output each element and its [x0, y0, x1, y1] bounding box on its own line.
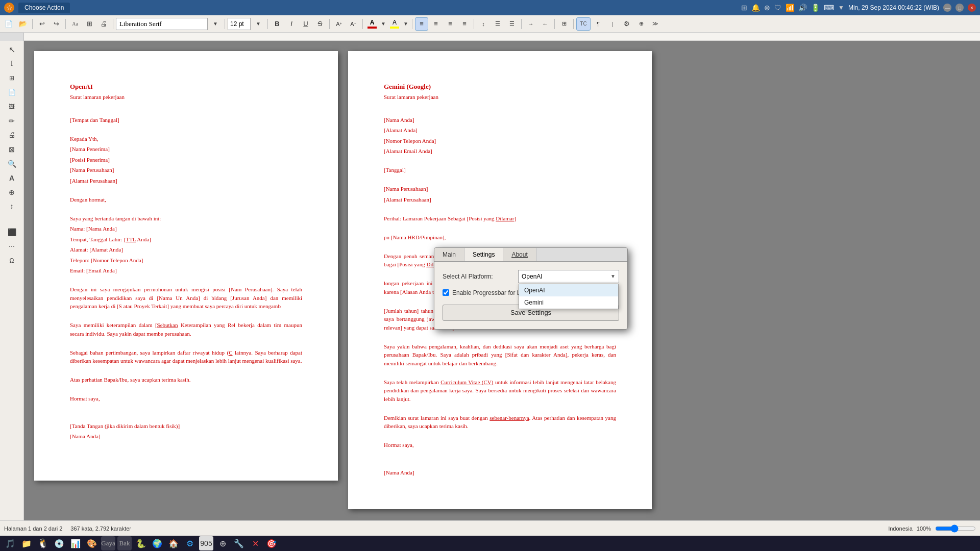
tray-icon-7[interactable]: 🔋	[811, 4, 820, 12]
tool-special-char[interactable]: Ω	[3, 254, 20, 267]
tool-zoom[interactable]: 🔍	[3, 157, 20, 170]
show-formatting[interactable]: ¶	[592, 17, 605, 31]
window-close[interactable]: ×	[968, 4, 976, 12]
taskbar-app-6[interactable]: 🎯	[264, 536, 279, 550]
page1-title: OpenAI	[70, 82, 302, 92]
font-name-input[interactable]	[116, 18, 208, 30]
strikethrough-button[interactable]: S	[313, 17, 327, 31]
taskbar-app-settings[interactable]: ⚙	[183, 536, 197, 550]
tray-icon-8[interactable]: ⌨	[824, 4, 834, 12]
tool-7[interactable]: ↕	[3, 200, 20, 213]
table-insert-button[interactable]: ⊞	[557, 17, 571, 31]
tool-select-text[interactable]: I	[3, 57, 20, 70]
font-color-dropdown[interactable]: ▼	[380, 17, 387, 31]
option-gemini[interactable]: Gemini	[519, 296, 618, 309]
highlight-color-dropdown[interactable]: ▼	[402, 17, 409, 31]
modal-tab-main[interactable]: Main	[434, 248, 464, 261]
taskbar-app-gimp[interactable]: 🎨	[85, 536, 99, 550]
taskbar-app-terminal[interactable]: 🐧	[36, 536, 50, 550]
option-openai[interactable]: OpenAI	[519, 284, 618, 296]
taskbar-app-installer[interactable]: 💿	[52, 536, 66, 550]
tool-select[interactable]: ↖	[3, 43, 20, 56]
bold-button[interactable]: B	[271, 17, 284, 31]
indent-decrease-button[interactable]: ←	[538, 17, 552, 31]
tool-text[interactable]: A	[3, 171, 20, 185]
window-minimize[interactable]: —	[943, 4, 951, 12]
taskbar-app-style[interactable]: Gaya	[101, 536, 115, 550]
tray-icon-6[interactable]: 🔊	[798, 4, 807, 12]
tool-5[interactable]: ⊠	[3, 143, 20, 156]
modal-tab-settings[interactable]: Settings	[464, 248, 503, 261]
tray-icon-9[interactable]: ▼	[838, 4, 844, 11]
extensions[interactable]: ⊕	[634, 17, 648, 31]
tool-shapes[interactable]: ⬛	[3, 226, 20, 239]
modal-tabs: Main Settings About	[434, 248, 627, 262]
taskbar-app-spotify[interactable]: 🎵	[3, 536, 17, 550]
tray-icon-2[interactable]: 🔔	[751, 4, 760, 12]
titlebar-tab-active[interactable]: Choose Action	[18, 3, 70, 13]
font-size-dropdown-arrow[interactable]: ▼	[252, 17, 265, 31]
underline-button[interactable]: U	[299, 17, 312, 31]
subscript-button[interactable]: A−	[347, 17, 360, 31]
tool-1[interactable]: ⊞	[3, 71, 20, 85]
align-justify-button[interactable]: ≡	[458, 17, 471, 31]
taskbar-app-3[interactable]: 🐍	[134, 536, 148, 550]
toolbar-redo[interactable]: ↪	[50, 17, 63, 31]
platform-dropdown-popup[interactable]: OpenAI Gemini	[519, 284, 619, 309]
modal-tab-about[interactable]: About	[503, 248, 536, 261]
tool-2[interactable]: 📄	[3, 86, 20, 99]
taskbar-app-calc[interactable]: 📊	[68, 536, 83, 550]
toolbar-open[interactable]: 📂	[16, 17, 30, 31]
taskbar-app-browser[interactable]: 🌍	[150, 536, 164, 550]
taskbar-app-libreoffice[interactable]: 905	[199, 536, 213, 550]
font-size-input[interactable]	[228, 18, 251, 30]
superscript-button[interactable]: A+	[332, 17, 346, 31]
tool-print[interactable]: 🖨	[3, 129, 20, 142]
align-left-button[interactable]: ≡	[415, 17, 428, 31]
line-spacing-button[interactable]: ↕	[477, 17, 490, 31]
tool-4[interactable]: ✏	[3, 114, 20, 128]
taskbar-app-5[interactable]: 🔧	[232, 536, 246, 550]
highlight-color-button[interactable]: A	[388, 19, 401, 29]
settings-gear[interactable]: ⚙	[620, 17, 633, 31]
tool-3[interactable]: 🖼	[3, 100, 20, 113]
taskbar-app-files[interactable]: 📁	[19, 536, 34, 550]
toolbar-new[interactable]: 📄	[2, 17, 15, 31]
progressbar-checkbox[interactable]	[443, 289, 449, 296]
page2-closing: Hormat saya,	[384, 441, 616, 449]
platform-row: Select AI Platform: OpenAI ▼ OpenAI Gemi…	[443, 270, 619, 283]
list-unordered-button[interactable]: ☰	[491, 17, 504, 31]
font-color-button[interactable]: A	[365, 19, 379, 29]
taskbar-app-4[interactable]: ⊕	[215, 536, 230, 550]
toolbar-print[interactable]: 🖨	[97, 17, 110, 31]
tray-icon-1[interactable]: ⊞	[741, 4, 747, 12]
titlebar: ☆ Choose Action ⊞ 🔔 ⊛ 🛡 📶 🔊 🔋 ⌨ ▼ Min, 2…	[0, 0, 980, 15]
toolbar-more[interactable]: ≫	[649, 17, 662, 31]
platform-dropdown[interactable]: OpenAI ▼ OpenAI Gemini	[518, 270, 619, 283]
list-ordered-button[interactable]: ☰	[505, 17, 519, 31]
toolbar-indent[interactable]: ⊞	[83, 17, 96, 31]
tray-icon-4[interactable]: 🛡	[774, 4, 781, 12]
tray-icon-5[interactable]: 📶	[786, 4, 794, 12]
indent-increase-button[interactable]: →	[524, 17, 537, 31]
align-right-button[interactable]: ≡	[444, 17, 457, 31]
tool-8[interactable]: ⋯	[3, 240, 20, 253]
font-name-dropdown-arrow[interactable]: ▼	[209, 17, 222, 31]
page2-contact-0: [Nama Anda]	[384, 116, 616, 124]
modal-dialog[interactable]: Main Settings About Select AI Platform: …	[434, 247, 628, 330]
zoom-slider[interactable]	[935, 524, 976, 533]
align-center-button[interactable]: ≡	[429, 17, 443, 31]
italic-button[interactable]: I	[285, 17, 298, 31]
tray-icon-3[interactable]: ⊛	[764, 4, 770, 12]
taskbar-app-x[interactable]: ✕	[248, 536, 262, 550]
formatting-marks[interactable]: |	[606, 17, 619, 31]
taskbar-app-home[interactable]: 🏠	[166, 536, 181, 550]
taskbar-app-bak[interactable]: Bak	[117, 536, 132, 550]
sep5	[267, 19, 268, 29]
toolbar-format-abc[interactable]: Aa	[68, 17, 82, 31]
toggle-track-changes[interactable]: TC	[576, 17, 591, 31]
window-maximize[interactable]: □	[955, 4, 964, 12]
tool-6[interactable]: ⊕	[3, 186, 20, 199]
language-indicator[interactable]: Indonesia	[888, 525, 913, 532]
toolbar-undo[interactable]: ↩	[35, 17, 48, 31]
